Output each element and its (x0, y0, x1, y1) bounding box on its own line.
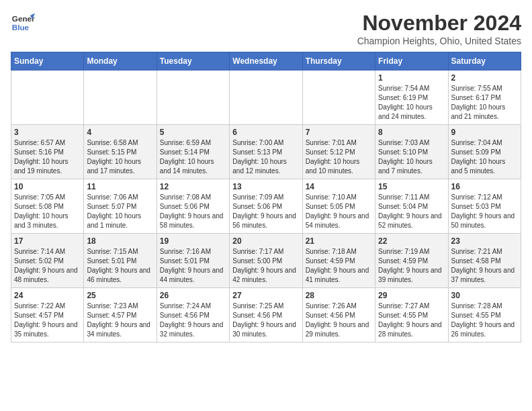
calendar-cell (84, 71, 157, 125)
day-number: 26 (160, 291, 226, 300)
day-info: Sunrise: 6:58 AM Sunset: 5:15 PM Dayligh… (87, 138, 153, 176)
day-number: 29 (378, 291, 445, 300)
calendar-cell: 20Sunrise: 7:17 AM Sunset: 5:00 PM Dayli… (230, 234, 302, 288)
day-number: 11 (87, 182, 153, 191)
day-info: Sunrise: 7:14 AM Sunset: 5:02 PM Dayligh… (14, 247, 81, 285)
day-info: Sunrise: 7:55 AM Sunset: 6:17 PM Dayligh… (451, 84, 518, 122)
calendar-cell: 25Sunrise: 7:23 AM Sunset: 4:57 PM Dayli… (84, 288, 157, 342)
calendar-cell (11, 71, 84, 125)
day-info: Sunrise: 7:00 AM Sunset: 5:13 PM Dayligh… (232, 138, 299, 176)
calendar-cell (157, 71, 229, 125)
calendar-cell: 30Sunrise: 7:28 AM Sunset: 4:55 PM Dayli… (448, 288, 521, 342)
day-info: Sunrise: 7:10 AM Sunset: 5:05 PM Dayligh… (306, 193, 372, 230)
day-number: 16 (451, 182, 518, 191)
calendar-cell: 15Sunrise: 7:11 AM Sunset: 5:04 PM Dayli… (375, 179, 448, 234)
day-info: Sunrise: 7:18 AM Sunset: 4:59 PM Dayligh… (306, 247, 372, 285)
calendar-cell: 9Sunrise: 7:04 AM Sunset: 5:09 PM Daylig… (448, 125, 521, 179)
day-info: Sunrise: 7:12 AM Sunset: 5:03 PM Dayligh… (451, 193, 518, 230)
svg-text:Blue: Blue (12, 23, 30, 32)
calendar-week-5: 24Sunrise: 7:22 AM Sunset: 4:57 PM Dayli… (11, 288, 521, 342)
calendar-cell: 26Sunrise: 7:24 AM Sunset: 4:56 PM Dayli… (157, 288, 229, 342)
day-number: 6 (232, 128, 299, 137)
calendar-week-4: 17Sunrise: 7:14 AM Sunset: 5:02 PM Dayli… (11, 234, 521, 288)
logo: General Blue (11, 11, 35, 35)
day-info: Sunrise: 7:06 AM Sunset: 5:07 PM Dayligh… (87, 193, 153, 230)
day-number: 8 (378, 128, 445, 137)
calendar-cell: 3Sunrise: 6:57 AM Sunset: 5:16 PM Daylig… (11, 125, 84, 179)
day-number: 7 (306, 128, 372, 137)
location: Champion Heights, Ohio, United States (357, 36, 521, 46)
calendar-cell: 24Sunrise: 7:22 AM Sunset: 4:57 PM Dayli… (11, 288, 84, 342)
calendar-cell: 16Sunrise: 7:12 AM Sunset: 5:03 PM Dayli… (448, 179, 521, 234)
weekday-header-saturday: Saturday (448, 52, 521, 71)
calendar-cell: 21Sunrise: 7:18 AM Sunset: 4:59 PM Dayli… (302, 234, 375, 288)
day-number: 13 (232, 182, 299, 191)
calendar-cell: 27Sunrise: 7:25 AM Sunset: 4:56 PM Dayli… (230, 288, 302, 342)
day-number: 12 (160, 182, 226, 191)
calendar-cell: 1Sunrise: 7:54 AM Sunset: 6:19 PM Daylig… (375, 71, 448, 125)
calendar-cell: 17Sunrise: 7:14 AM Sunset: 5:02 PM Dayli… (11, 234, 84, 288)
day-info: Sunrise: 7:15 AM Sunset: 5:01 PM Dayligh… (87, 247, 153, 285)
day-number: 1 (378, 73, 445, 83)
weekday-header-sunday: Sunday (11, 52, 84, 71)
title-area: November 2024 Champion Heights, Ohio, Un… (357, 11, 521, 46)
day-number: 21 (306, 236, 372, 246)
day-info: Sunrise: 7:04 AM Sunset: 5:09 PM Dayligh… (451, 138, 518, 176)
calendar-week-3: 10Sunrise: 7:05 AM Sunset: 5:08 PM Dayli… (11, 179, 521, 234)
calendar-cell (230, 71, 302, 125)
weekday-header-wednesday: Wednesday (230, 52, 302, 71)
day-info: Sunrise: 7:17 AM Sunset: 5:00 PM Dayligh… (232, 247, 299, 285)
calendar-cell: 28Sunrise: 7:26 AM Sunset: 4:56 PM Dayli… (302, 288, 375, 342)
day-number: 2 (451, 73, 518, 83)
day-number: 20 (232, 236, 299, 246)
day-info: Sunrise: 7:22 AM Sunset: 4:57 PM Dayligh… (14, 302, 81, 339)
day-info: Sunrise: 7:24 AM Sunset: 4:56 PM Dayligh… (160, 302, 226, 339)
calendar-cell: 23Sunrise: 7:21 AM Sunset: 4:58 PM Dayli… (448, 234, 521, 288)
day-info: Sunrise: 7:09 AM Sunset: 5:06 PM Dayligh… (232, 193, 299, 230)
calendar-cell (302, 71, 375, 125)
calendar-cell: 7Sunrise: 7:01 AM Sunset: 5:12 PM Daylig… (302, 125, 375, 179)
day-number: 15 (378, 182, 445, 191)
day-info: Sunrise: 7:01 AM Sunset: 5:12 PM Dayligh… (306, 138, 372, 176)
calendar-cell: 10Sunrise: 7:05 AM Sunset: 5:08 PM Dayli… (11, 179, 84, 234)
weekday-header-tuesday: Tuesday (157, 52, 229, 71)
day-number: 28 (306, 291, 372, 300)
calendar-cell: 19Sunrise: 7:16 AM Sunset: 5:01 PM Dayli… (157, 234, 229, 288)
day-number: 24 (14, 291, 81, 300)
calendar-cell: 22Sunrise: 7:19 AM Sunset: 4:59 PM Dayli… (375, 234, 448, 288)
day-info: Sunrise: 7:21 AM Sunset: 4:58 PM Dayligh… (451, 247, 518, 285)
day-number: 4 (87, 128, 153, 137)
calendar-cell: 2Sunrise: 7:55 AM Sunset: 6:17 PM Daylig… (448, 71, 521, 125)
day-number: 27 (232, 291, 299, 300)
day-info: Sunrise: 7:19 AM Sunset: 4:59 PM Dayligh… (378, 247, 445, 285)
calendar-cell: 6Sunrise: 7:00 AM Sunset: 5:13 PM Daylig… (230, 125, 302, 179)
weekday-header-friday: Friday (375, 52, 448, 71)
calendar-table: SundayMondayTuesdayWednesdayThursdayFrid… (11, 52, 521, 342)
day-info: Sunrise: 7:28 AM Sunset: 4:55 PM Dayligh… (451, 302, 518, 339)
day-info: Sunrise: 7:05 AM Sunset: 5:08 PM Dayligh… (14, 193, 81, 230)
calendar-cell: 4Sunrise: 6:58 AM Sunset: 5:15 PM Daylig… (84, 125, 157, 179)
calendar-week-1: 1Sunrise: 7:54 AM Sunset: 6:19 PM Daylig… (11, 71, 521, 125)
day-number: 9 (451, 128, 518, 137)
day-number: 25 (87, 291, 153, 300)
calendar-cell: 11Sunrise: 7:06 AM Sunset: 5:07 PM Dayli… (84, 179, 157, 234)
day-info: Sunrise: 7:27 AM Sunset: 4:55 PM Dayligh… (378, 302, 445, 339)
day-info: Sunrise: 7:54 AM Sunset: 6:19 PM Dayligh… (378, 84, 445, 122)
calendar-week-2: 3Sunrise: 6:57 AM Sunset: 5:16 PM Daylig… (11, 125, 521, 179)
weekday-header-monday: Monday (84, 52, 157, 71)
day-info: Sunrise: 6:59 AM Sunset: 5:14 PM Dayligh… (160, 138, 226, 176)
day-number: 23 (451, 236, 518, 246)
day-number: 5 (160, 128, 226, 137)
day-info: Sunrise: 7:26 AM Sunset: 4:56 PM Dayligh… (306, 302, 372, 339)
month-title: November 2024 (357, 11, 521, 36)
day-info: Sunrise: 7:08 AM Sunset: 5:06 PM Dayligh… (160, 193, 226, 230)
day-number: 18 (87, 236, 153, 246)
day-number: 22 (378, 236, 445, 246)
day-number: 3 (14, 128, 81, 137)
weekday-header-thursday: Thursday (302, 52, 375, 71)
day-info: Sunrise: 7:16 AM Sunset: 5:01 PM Dayligh… (160, 247, 226, 285)
header: General Blue November 2024 Champion Heig… (11, 11, 521, 46)
day-info: Sunrise: 6:57 AM Sunset: 5:16 PM Dayligh… (14, 138, 81, 176)
day-number: 14 (306, 182, 372, 191)
calendar-cell: 5Sunrise: 6:59 AM Sunset: 5:14 PM Daylig… (157, 125, 229, 179)
